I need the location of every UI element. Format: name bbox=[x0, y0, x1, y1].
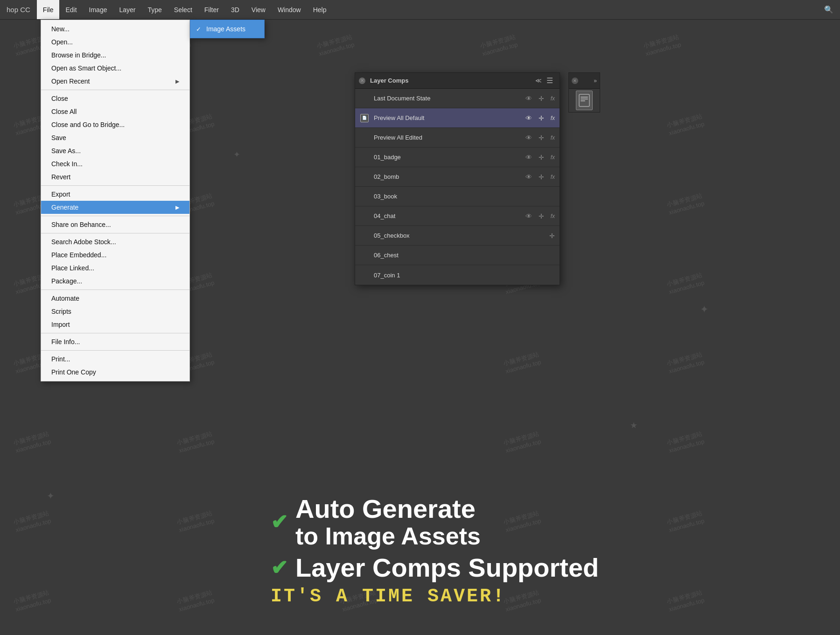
fx-icon-7[interactable]: fx bbox=[551, 213, 555, 219]
wm-30: 小脑斧资源站xiaonaofu.top bbox=[13, 588, 52, 613]
search-icon[interactable]: 🔍 bbox=[824, 5, 840, 14]
comp-name-06-chest: 06_chest bbox=[374, 252, 550, 259]
move-icon-3[interactable]: ✛ bbox=[539, 134, 544, 141]
small-panel-close[interactable]: ✕ bbox=[572, 78, 578, 84]
menu-type[interactable]: Type bbox=[142, 0, 168, 19]
menu-item-save-as[interactable]: Save As... bbox=[41, 144, 189, 157]
feature-text-1: Auto Generate to Image Assets bbox=[295, 494, 481, 550]
menu-item-scripts[interactable]: Scripts bbox=[41, 305, 189, 318]
menu-item-place-embedded[interactable]: Place Embedded... bbox=[41, 248, 189, 261]
menu-item-file-info[interactable]: File Info... bbox=[41, 335, 189, 348]
menu-item-behance[interactable]: Share on Behance... bbox=[41, 218, 189, 231]
layer-comp-row-last-document[interactable]: Last Document State 👁 ✛ fx bbox=[355, 89, 560, 108]
menu-item-import[interactable]: Import bbox=[41, 318, 189, 331]
move-icon[interactable]: ✛ bbox=[539, 95, 544, 102]
comp-name-07-coin: 07_coin 1 bbox=[374, 272, 550, 279]
panel-title: Layer Comps bbox=[370, 77, 408, 84]
menu-item-close[interactable]: Close bbox=[41, 92, 189, 105]
menu-item-print-one-copy[interactable]: Print One Copy bbox=[41, 366, 189, 379]
menu-item-open[interactable]: Open... bbox=[41, 35, 189, 49]
menu-help[interactable]: Help bbox=[307, 0, 333, 19]
menu-file[interactable]: File bbox=[37, 0, 60, 19]
comp-name-04-chat: 04_chat bbox=[374, 212, 521, 219]
menu-edit[interactable]: Edit bbox=[59, 0, 83, 19]
layer-comp-row-07-coin[interactable]: 07_coin 1 bbox=[355, 265, 560, 285]
small-doc-icon bbox=[576, 91, 593, 110]
eye-icon-4[interactable]: 👁 bbox=[525, 154, 532, 161]
menu-item-save[interactable]: Save bbox=[41, 131, 189, 144]
app-name: hop CC bbox=[0, 0, 37, 19]
menu-select[interactable]: Select bbox=[168, 0, 198, 19]
comp-actions-3: 👁 ✛ fx bbox=[525, 134, 555, 141]
layer-comp-row-02-bomb[interactable]: 02_bomb 👁 ✛ fx bbox=[355, 167, 560, 187]
comp-icon-placeholder bbox=[360, 94, 369, 103]
tagline: IT'S A TIME SAVER! bbox=[271, 586, 599, 607]
panel-close-button[interactable]: ✕ bbox=[359, 78, 365, 84]
layer-comp-row-preview-default[interactable]: 📄 Preview All Default 👁 ✛ fx bbox=[355, 108, 560, 128]
fx-icon[interactable]: fx bbox=[551, 95, 555, 102]
menu-window[interactable]: Window bbox=[272, 0, 307, 19]
menu-item-bridge[interactable]: Browse in Bridge... bbox=[41, 49, 189, 62]
menu-item-smart-object[interactable]: Open as Smart Object... bbox=[41, 62, 189, 75]
move-icon-8[interactable]: ✛ bbox=[549, 232, 555, 240]
menu-item-check-in[interactable]: Check In... bbox=[41, 157, 189, 170]
move-icon-4[interactable]: ✛ bbox=[539, 154, 544, 161]
eye-icon-5[interactable]: 👁 bbox=[525, 173, 532, 181]
wm-20: 小脑斧资源站xiaonaofu.top bbox=[503, 350, 542, 374]
menu-item-print[interactable]: Print... bbox=[41, 353, 189, 366]
eye-icon[interactable]: 👁 bbox=[525, 95, 532, 102]
menu-item-package[interactable]: Package... bbox=[41, 275, 189, 288]
panel-titlebar: ✕ Layer Comps ≪ ☰ bbox=[355, 73, 560, 89]
menu-item-generate[interactable]: Generate▶ bbox=[41, 201, 189, 214]
panel-expand-icon[interactable]: ≪ bbox=[535, 77, 542, 84]
wm-22: 小脑斧资源站xiaonaofu.top bbox=[13, 430, 52, 454]
star-2: ✦ bbox=[233, 149, 240, 160]
move-icon-5[interactable]: ✛ bbox=[539, 173, 544, 181]
fx-icon-4[interactable]: fx bbox=[551, 154, 555, 161]
separator-4 bbox=[41, 233, 189, 233]
wm-21: 小脑斧资源站xiaonaofu.top bbox=[666, 350, 705, 374]
panel-menu-button[interactable]: ☰ bbox=[544, 75, 556, 86]
comp-icon-empty-5 bbox=[360, 172, 369, 182]
fx-icon-3[interactable]: fx bbox=[551, 134, 555, 141]
layer-comp-row-06-chest[interactable]: 06_chest bbox=[355, 246, 560, 265]
eye-icon-2[interactable]: 👁 bbox=[525, 114, 532, 122]
layer-comp-row-01-badge[interactable]: 01_badge 👁 ✛ fx bbox=[355, 148, 560, 167]
menu-item-close-all[interactable]: Close All bbox=[41, 105, 189, 118]
comp-actions-4: 👁 ✛ fx bbox=[525, 154, 555, 161]
comp-icon-empty-9 bbox=[360, 251, 369, 260]
comp-actions-8: ✛ bbox=[549, 232, 555, 240]
comp-icon-empty bbox=[360, 133, 369, 142]
comp-name-02-bomb: 02_bomb bbox=[374, 173, 521, 180]
fx-icon-2[interactable]: fx bbox=[551, 115, 555, 121]
menu-item-revert[interactable]: Revert bbox=[41, 170, 189, 183]
menu-item-automate[interactable]: Automate bbox=[41, 292, 189, 305]
file-dropdown-menu: New... Open... Browse in Bridge... Open … bbox=[41, 20, 190, 381]
fx-icon-5[interactable]: fx bbox=[551, 174, 555, 180]
menu-item-place-linked[interactable]: Place Linked... bbox=[41, 261, 189, 275]
layer-comp-row-04-chat[interactable]: 04_chat 👁 ✛ fx bbox=[355, 206, 560, 226]
menu-3d[interactable]: 3D bbox=[225, 0, 245, 19]
menu-layer[interactable]: Layer bbox=[113, 0, 141, 19]
menu-item-adobe-stock[interactable]: Search Adobe Stock... bbox=[41, 235, 189, 248]
small-panel-expand[interactable]: » bbox=[594, 78, 597, 84]
submenu-image-assets[interactable]: ✓ Image Assets bbox=[190, 22, 264, 36]
menu-image[interactable]: Image bbox=[83, 0, 113, 19]
menu-item-export[interactable]: Export bbox=[41, 188, 189, 201]
eye-icon-7[interactable]: 👁 bbox=[525, 212, 532, 220]
comp-icon-empty-8 bbox=[360, 231, 369, 240]
move-icon-2[interactable]: ✛ bbox=[539, 114, 544, 122]
layer-comp-row-preview-edited[interactable]: Preview All Edited 👁 ✛ fx bbox=[355, 128, 560, 148]
menu-item-close-bridge[interactable]: Close and Go to Bridge... bbox=[41, 118, 189, 131]
separator-3 bbox=[41, 216, 189, 216]
star-6: ✦ bbox=[47, 490, 55, 501]
menu-item-open-recent[interactable]: Open Recent▶ bbox=[41, 75, 189, 88]
layer-comp-row-05-checkbox[interactable]: 05_checkbox ✛ bbox=[355, 226, 560, 246]
menu-item-new[interactable]: New... bbox=[41, 22, 189, 35]
move-icon-7[interactable]: ✛ bbox=[539, 212, 544, 220]
menu-filter[interactable]: Filter bbox=[198, 0, 225, 19]
menu-view[interactable]: View bbox=[245, 0, 272, 19]
layer-comp-row-03-book[interactable]: 03_book bbox=[355, 187, 560, 206]
eye-icon-3[interactable]: 👁 bbox=[525, 134, 532, 141]
star-5: ★ bbox=[630, 420, 637, 430]
